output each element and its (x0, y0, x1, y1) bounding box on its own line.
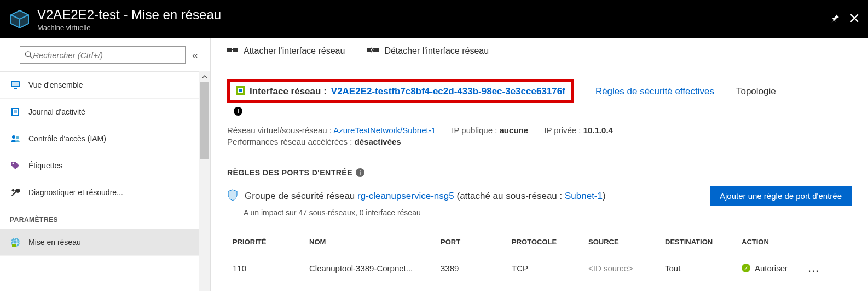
svg-rect-20 (233, 48, 238, 52)
col-priority: PRIORITÉ (233, 238, 309, 246)
detach-label: Détacher l'interface réseau (384, 46, 489, 56)
svg-rect-28 (239, 89, 242, 92)
blade-header: V2AE2E2-test - Mise en réseau Machine vi… (0, 0, 868, 38)
cell-priority: 110 (233, 264, 309, 273)
nsg-suffix2: ) (603, 191, 606, 201)
topology-link[interactable]: Topologie (736, 86, 776, 97)
search-input-wrapper[interactable] (20, 46, 186, 64)
privip-value: 10.1.0.4 (583, 125, 613, 135)
col-action: ACTION (742, 238, 807, 246)
shield-icon (227, 189, 238, 203)
sidebar-item-tags[interactable]: Étiquettes (0, 152, 199, 179)
cell-source: <ID source> (588, 264, 665, 273)
nsg-link[interactable]: rg-cleanupservice-nsg5 (357, 191, 454, 201)
vm-cube-icon (9, 8, 31, 30)
svg-rect-5 (12, 82, 19, 86)
nic-label: Interface réseau : (250, 86, 327, 97)
sidebar-item-networking[interactable]: Mise en réseau (0, 229, 199, 256)
cell-destination: Tout (665, 264, 742, 273)
sidebar-item-label: Journal d'activité (28, 107, 85, 116)
sidebar-item-activity-log[interactable]: Journal d'activité (0, 99, 199, 125)
close-icon[interactable] (849, 13, 859, 26)
detach-icon (367, 46, 379, 56)
vnet-link[interactable]: AzureTestNetwork/Subnet-1 (333, 125, 436, 135)
attach-label: Attacher l'interface réseau (244, 46, 345, 56)
sidebar-item-label: Vue d'ensemble (28, 81, 83, 89)
svg-point-14 (13, 163, 14, 164)
nic-highlight-box: Interface réseau : V2AE2E2-testfb7c8bf4-… (227, 79, 574, 103)
blade-subtitle: Machine virtuelle (37, 24, 221, 32)
wrench-icon (10, 187, 21, 198)
svg-line-3 (30, 56, 32, 58)
cell-port: 3389 (441, 264, 512, 273)
attach-nic-button[interactable]: Attacher l'interface réseau (227, 46, 345, 56)
tag-icon (10, 160, 21, 171)
add-inbound-rule-button[interactable]: Ajouter une règle de port d'entrée (710, 186, 852, 206)
pin-icon[interactable] (830, 13, 840, 26)
scrollbar-thumb[interactable] (200, 82, 209, 159)
nsg-prefix: Groupe de sécurité réseau (245, 191, 355, 201)
vnet-label: Réseau virtuel/sous-réseau : (227, 125, 332, 135)
svg-point-12 (12, 135, 15, 139)
col-name: NOM (309, 238, 441, 246)
nsg-suffix1: (attaché au sous-réseau : (456, 191, 562, 201)
info-icon[interactable]: i (234, 107, 242, 116)
sidebar-item-diagnose[interactable]: Diagnostiquer et résoudre... (0, 179, 199, 206)
svg-rect-18 (12, 244, 16, 247)
sidebar-item-overview[interactable]: Vue d'ensemble (0, 72, 199, 99)
info-icon[interactable]: i (356, 168, 364, 177)
svg-rect-23 (374, 48, 379, 52)
effective-rules-link[interactable]: Règles de sécurité effectives (595, 86, 714, 97)
cell-action: ✓ Autoriser (742, 264, 807, 273)
svg-rect-22 (367, 48, 371, 52)
col-source: SOURCE (588, 238, 665, 246)
accel-value: désactivées (355, 137, 401, 146)
sidebar-item-label: Diagnostiquer et résoudre... (28, 188, 123, 197)
detach-nic-button[interactable]: Détacher l'interface réseau (367, 46, 489, 56)
col-destination: DESTINATION (665, 238, 742, 246)
rules-table-header: PRIORITÉ NOM PORT PROTOCOLE SOURCE DESTI… (227, 238, 852, 252)
attach-icon (227, 46, 238, 56)
search-icon (25, 50, 33, 59)
inbound-rules-title: RÈGLES DES PORTS D'ENTRÉE (227, 168, 352, 177)
svg-point-2 (25, 52, 30, 56)
pubip-label: IP publique : (452, 125, 497, 135)
cell-name: Cleanuptool-3389-Corpnet... (309, 264, 441, 273)
sidebar-item-label: Étiquettes (28, 161, 62, 170)
nsg-impact-text: A un impact sur 47 sous-réseaux, 0 inter… (244, 208, 852, 217)
nic-icon (235, 85, 245, 97)
svg-point-13 (16, 136, 19, 139)
pubip-value: aucune (500, 125, 529, 135)
sidebar-item-iam[interactable]: Contrôle d'accès (IAM) (0, 125, 199, 152)
globe-icon (10, 237, 21, 248)
accel-label: Performances réseau accélérées : (227, 137, 352, 146)
action-label: Autoriser (755, 264, 788, 273)
toolbar: Attacher l'interface réseau Détacher l'i… (211, 38, 868, 64)
svg-rect-19 (227, 48, 232, 52)
svg-rect-6 (14, 88, 17, 89)
sidebar-item-label: Mise en réseau (28, 238, 81, 247)
log-icon (10, 106, 21, 117)
iam-icon (10, 133, 21, 144)
blade-title: V2AE2E2-test - Mise en réseau (37, 7, 221, 22)
table-row[interactable]: 110 Cleanuptool-3389-Corpnet... 3389 TCP… (227, 252, 852, 275)
cell-protocol: TCP (512, 264, 588, 273)
content-pane: Attacher l'interface réseau Détacher l'i… (211, 38, 868, 291)
scroll-up-icon[interactable] (199, 71, 210, 82)
privip-label: IP privée : (544, 125, 581, 135)
col-protocol: PROTOCOLE (512, 238, 588, 246)
subnet-link[interactable]: Subnet-1 (565, 191, 603, 201)
allow-icon: ✓ (742, 264, 750, 272)
nic-name-link[interactable]: V2AE2E2-testfb7c8bf4-ec2d-433b-98ec-3e3c… (331, 86, 565, 97)
sidebar: « Vue d'ensemble Journal d'activité Cont… (0, 38, 211, 291)
sidebar-item-label: Contrôle d'accès (IAM) (28, 134, 106, 143)
monitor-icon (10, 79, 21, 90)
search-input[interactable] (33, 50, 181, 60)
sidebar-section-header: PARAMÈTRES (0, 206, 199, 229)
collapse-sidebar-icon[interactable]: « (190, 47, 200, 64)
sidebar-scrollbar[interactable] (199, 71, 210, 291)
svg-rect-21 (232, 49, 234, 50)
col-port: PORT (441, 238, 512, 246)
row-more-button[interactable]: … (807, 261, 829, 275)
